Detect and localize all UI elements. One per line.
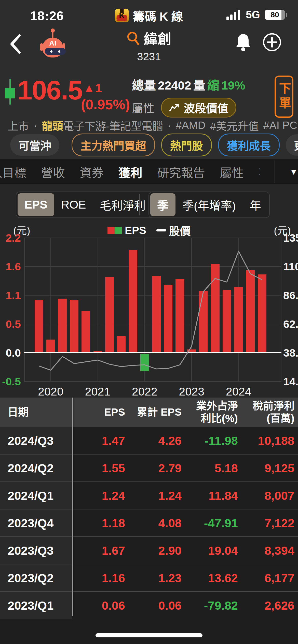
table-row-2023/Q4[interactable]: 2023/Q41.184.08-47.917,122 xyxy=(0,509,298,536)
row-value-0: 1.16 xyxy=(72,571,129,585)
status-bar: 18:26 K 籌碼 K 線 5G 80 xyxy=(0,0,298,25)
row-value-2: -47.91 xyxy=(185,516,241,530)
left-tick--0.5: -0.5 xyxy=(0,375,21,388)
status-time: 18:26 xyxy=(30,9,64,23)
hashtag[interactable]: #AI PC xyxy=(263,119,297,131)
table-row-2024/Q3[interactable]: 2024/Q31.474.26-11.9810,188 xyxy=(0,427,298,454)
legend-price-label: 股價 xyxy=(169,223,191,238)
tab-屬性[interactable]: 屬性 xyxy=(220,163,244,181)
x-axis-label-2024: 2024 xyxy=(218,385,259,398)
vol-shrink-pct: 19% xyxy=(221,78,245,92)
ai-robot-label: AI xyxy=(39,39,67,47)
table-row-2023/Q1[interactable]: 2023/Q10.060.06-79.822,626 xyxy=(0,591,298,619)
metric-option-EPS[interactable]: EPS xyxy=(18,193,54,216)
right-tick-110.9: 110.9 xyxy=(283,260,298,273)
left-tick-2.2: 2.2 xyxy=(0,231,21,244)
tab-獲利[interactable]: 獲利 xyxy=(118,163,142,181)
notification-bell-button[interactable] xyxy=(234,33,252,53)
left-tick-1.6: 1.6 xyxy=(0,260,21,273)
period-option-季[interactable]: 季 xyxy=(150,193,175,216)
home-indicator[interactable] xyxy=(96,633,202,637)
section-tab-bar: 入目標營收資券獲利研究報告屬性 籌 ▼ xyxy=(0,159,298,184)
right-tick-135.1: 135.1 xyxy=(283,231,298,244)
period-option-年[interactable]: 年 xyxy=(243,193,268,216)
row-value-2: 5.18 xyxy=(185,461,241,475)
row-date: 2023/Q1 xyxy=(0,592,72,619)
table-row-2024/Q2[interactable]: 2024/Q21.552.795.189,125 xyxy=(0,454,298,481)
volume-label: 總量 xyxy=(132,76,156,93)
battery-percent: 80 xyxy=(270,10,279,19)
row-value-1: 1.23 xyxy=(129,571,185,585)
tab-研究報告[interactable]: 研究報告 xyxy=(157,163,205,181)
attribute-tag-button[interactable]: 波段價值 xyxy=(161,98,236,118)
row-value-0: 1.55 xyxy=(72,461,129,475)
chip-可當沖[interactable]: 可當沖 xyxy=(10,134,59,156)
tabs-dropdown-button[interactable]: ▼ xyxy=(289,167,298,177)
stock-search[interactable]: 緯創 3231 xyxy=(127,28,171,63)
vol-state: 縮 xyxy=(207,76,219,93)
right-tick-86.8: 86.8 xyxy=(283,289,298,302)
industry-text: 龍頭電子下游-筆記型電腦 xyxy=(42,118,163,133)
row-value-0: 1.18 xyxy=(72,516,129,530)
column-header-4: 稅前淨利 (百萬) xyxy=(241,400,298,425)
legend-eps-label: EPS xyxy=(125,224,146,237)
row-value-0: 0.06 xyxy=(72,598,129,612)
dot-sep: · xyxy=(168,119,171,131)
metric-option-毛利淨利[interactable]: 毛利淨利 xyxy=(93,193,153,216)
row-value-2: 19.04 xyxy=(185,544,241,558)
row-value-3: 7,122 xyxy=(241,516,298,530)
search-icon xyxy=(127,31,140,45)
row-value-3: 6,177 xyxy=(241,571,298,585)
hashtag[interactable]: #美元升值 xyxy=(210,118,259,133)
tab-入目標[interactable]: 入目標 xyxy=(0,163,26,181)
row-value-3: 9,125 xyxy=(241,461,298,475)
chip-主力熱門買超[interactable]: 主力熱門買超 xyxy=(72,134,155,156)
tabbar-divider xyxy=(275,160,275,183)
industry-meta-line: 上市 · 龍頭電子下游-筆記型電腦 · #AMD #美元升值 #AI PC xyxy=(8,118,295,133)
price-change-pct: (0.95%) xyxy=(81,96,130,113)
chips-row: 可當沖主力熱門買超熱門股獲利成長更多 › xyxy=(0,133,298,157)
row-value-3: 10,188 xyxy=(241,434,298,448)
table-row-2024/Q1[interactable]: 2024/Q11.241.2411.848,007 xyxy=(0,481,298,509)
eps-table-section: 日期EPS累計 EPS業外占淨 利比(%)稅前淨利 (百萬) 2024/Q31.… xyxy=(0,398,298,644)
legend-price-line-icon xyxy=(156,229,166,231)
chip-更多 ›[interactable]: 更多 › xyxy=(286,134,298,156)
chart-section: EPSROE毛利淨利 季季(年增率)年 (元) EPS 股價 (元) 20202… xyxy=(0,184,298,398)
attribute-label: 屬性 xyxy=(132,99,154,116)
hashtag[interactable]: #AMD xyxy=(176,119,206,131)
chip-獲利成長[interactable]: 獲利成長 xyxy=(218,134,280,156)
candlestick-icon xyxy=(5,79,15,105)
controls-divider xyxy=(139,194,140,215)
place-order-button[interactable]: 下單 xyxy=(275,76,293,118)
legend-eps-red-icon xyxy=(107,227,115,234)
left-tick-0.0: 0.0 xyxy=(0,346,21,359)
x-axis-label-2022: 2022 xyxy=(124,385,165,398)
table-row-2023/Q3[interactable]: 2023/Q31.672.9019.048,394 xyxy=(0,536,298,564)
row-value-1: 2.79 xyxy=(129,461,185,475)
row-value-0: 1.24 xyxy=(72,489,129,503)
tab-資券[interactable]: 資券 xyxy=(80,163,104,181)
battery-icon: 80 xyxy=(265,10,287,20)
add-button[interactable] xyxy=(262,33,282,52)
dot-sep: · xyxy=(34,119,37,131)
x-axis-label-2021: 2021 xyxy=(77,385,118,398)
industry-name: 電子下游-筆記型電腦 xyxy=(63,120,163,132)
period-segmented-control: 季季(年增率)年 xyxy=(148,192,270,218)
metric-segmented-control: EPSROE毛利淨利 xyxy=(16,192,154,218)
row-value-2: -11.98 xyxy=(185,434,241,448)
table-row-2023/Q2[interactable]: 2023/Q21.161.2313.626,177 xyxy=(0,564,298,591)
ai-robot-button[interactable]: AI xyxy=(39,28,67,59)
back-button[interactable] xyxy=(7,33,25,55)
chip-熱門股[interactable]: 熱門股 xyxy=(161,134,212,156)
period-option-季(年增率)[interactable]: 季(年增率) xyxy=(175,193,243,216)
row-date: 2024/Q3 xyxy=(0,427,72,454)
legend-eps-green-icon xyxy=(115,227,122,234)
column-header-3: 業外占淨 利比(%) xyxy=(185,400,241,425)
tab-營收[interactable]: 營收 xyxy=(41,163,65,181)
left-tick-1.1: 1.1 xyxy=(0,289,21,302)
metric-option-ROE[interactable]: ROE xyxy=(54,193,93,216)
row-value-3: 8,007 xyxy=(241,489,298,503)
volume-value: 22402 xyxy=(158,78,191,92)
quote-section: 106.5 ▲1 (0.95%) 總量 22402 量縮 19% 屬性 波段價值… xyxy=(0,72,298,117)
row-value-2: 11.84 xyxy=(185,489,241,503)
